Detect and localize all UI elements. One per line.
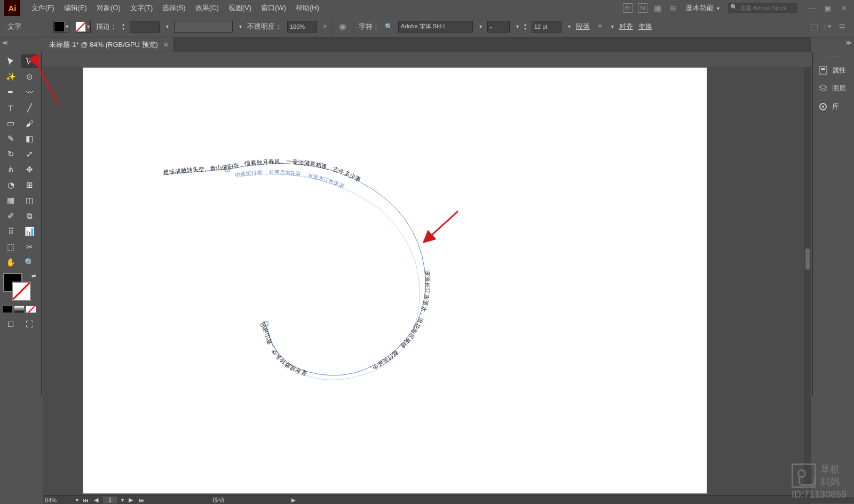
color-mode-gradient[interactable] bbox=[14, 306, 25, 313]
align-link[interactable]: 对齐 bbox=[619, 22, 633, 31]
nav-last[interactable]: ⏭ bbox=[138, 497, 145, 503]
free-transform-tool[interactable]: ✥ bbox=[21, 163, 38, 177]
gradient-tool[interactable]: ◫ bbox=[21, 194, 38, 207]
stroke-swatch[interactable]: ▾ bbox=[75, 21, 91, 33]
font-size-input[interactable] bbox=[532, 21, 562, 33]
list-icon[interactable]: ≣ bbox=[837, 22, 847, 31]
maximize-button[interactable]: ▣ bbox=[823, 4, 833, 12]
fill-swatch[interactable]: ▾ bbox=[53, 21, 69, 33]
font-dd[interactable]: ▾ bbox=[479, 23, 482, 29]
nav-next[interactable]: ▶ bbox=[127, 497, 135, 503]
para-dd[interactable]: ▾ bbox=[611, 23, 614, 29]
page-dd[interactable]: ▾ bbox=[121, 497, 124, 503]
horizontal-scrollbar[interactable] bbox=[474, 497, 854, 503]
workspace-switcher[interactable]: 基本功能 ▾ bbox=[683, 2, 723, 14]
mesh-tool[interactable]: ▦ bbox=[2, 194, 19, 207]
zoom-tool[interactable]: 🔍 bbox=[21, 255, 38, 269]
shaper-tool[interactable]: ✎ bbox=[2, 132, 19, 146]
opacity-input[interactable] bbox=[287, 21, 317, 33]
isolate-icon[interactable]: ⬚ bbox=[809, 22, 819, 31]
menu-window[interactable]: 窗口(W) bbox=[256, 3, 291, 13]
canvas-area[interactable]: 是非成败转头空。青山依旧在，惯看秋月春风。一壶浊酒喜相逢。古今多少事 滚滚长江东… bbox=[43, 67, 811, 495]
paintbrush-tool[interactable]: 🖌 bbox=[21, 116, 38, 130]
eraser-tool[interactable]: ◧ bbox=[21, 132, 38, 146]
scale-tool[interactable]: ⤢ bbox=[21, 147, 38, 161]
nav-first[interactable]: ⏮ bbox=[82, 497, 89, 503]
search-input[interactable] bbox=[728, 3, 797, 13]
artboard-tool[interactable]: ⬚ bbox=[2, 240, 19, 254]
slice-tool[interactable]: ✂ bbox=[21, 240, 38, 254]
eyedropper-tool[interactable]: ✐ bbox=[2, 209, 19, 223]
artboard-number-input[interactable] bbox=[103, 497, 117, 503]
minimize-button[interactable]: — bbox=[807, 4, 817, 12]
pen-tool[interactable]: ✒ bbox=[2, 85, 19, 99]
color-picker[interactable]: ⇄ bbox=[3, 273, 39, 303]
swap-colors-icon[interactable]: ⇄ bbox=[31, 273, 36, 279]
direct-selection-tool[interactable] bbox=[21, 54, 38, 68]
draw-mode-icon[interactable]: ◻ bbox=[2, 317, 19, 331]
vertical-scrollbar[interactable] bbox=[804, 67, 811, 488]
rotate-tool[interactable]: ↻ bbox=[2, 147, 19, 161]
stroke-profile-dd[interactable]: ▾ bbox=[239, 23, 242, 29]
size-stepper[interactable]: ▴▾ bbox=[524, 22, 526, 31]
curvature-tool[interactable]: 〰 bbox=[21, 85, 38, 99]
stroke-dd[interactable]: ▾ bbox=[166, 23, 169, 29]
background-color[interactable] bbox=[12, 282, 31, 301]
stroke-weight-input[interactable] bbox=[130, 21, 160, 33]
width-tool[interactable]: ⋔ bbox=[2, 163, 19, 177]
transform-link[interactable]: 变换 bbox=[638, 22, 652, 31]
arrange-icon[interactable]: ▦ bbox=[653, 3, 662, 13]
style-dd[interactable]: ▾ bbox=[516, 23, 519, 29]
nav-prev[interactable]: ◀ bbox=[92, 497, 100, 503]
rectangle-tool[interactable]: ▭ bbox=[2, 116, 19, 130]
panel-libraries[interactable]: 库 bbox=[813, 98, 854, 116]
menu-effect[interactable]: 效果(C) bbox=[191, 3, 224, 13]
blend-tool[interactable]: ⧉ bbox=[21, 209, 38, 223]
menu-object[interactable]: 对象(O) bbox=[92, 3, 125, 13]
menu-select[interactable]: 选择(S) bbox=[157, 3, 190, 13]
perspective-tool[interactable]: ⊞ bbox=[21, 178, 38, 192]
artboard[interactable]: 是非成败转头空。青山依旧在，惯看秋月春风。一壶浊酒喜相逢。古今多少事 滚滚长江东… bbox=[83, 67, 707, 494]
zoom-dd[interactable]: ▾ bbox=[76, 497, 78, 503]
status-dd[interactable]: ▶ bbox=[291, 497, 296, 503]
gpu-icon[interactable]: ≋ bbox=[668, 3, 677, 13]
menu-help[interactable]: 帮助(H) bbox=[291, 3, 324, 13]
font-style-input[interactable] bbox=[487, 21, 510, 33]
panel-layers[interactable]: 图层 bbox=[813, 79, 854, 98]
font-search-icon[interactable]: 🔍 bbox=[385, 23, 393, 30]
color-mode-none[interactable] bbox=[26, 306, 36, 313]
menu-type[interactable]: 文字(T) bbox=[125, 3, 158, 13]
menu-file[interactable]: 文件(F) bbox=[27, 3, 59, 13]
document-tab[interactable]: 未标题-1* @ 84% (RGB/GPU 预览) ✕ bbox=[43, 37, 173, 52]
zoom-input[interactable] bbox=[45, 497, 72, 503]
opacity-dd[interactable]: > bbox=[323, 23, 327, 29]
recolor-icon[interactable]: ◉ bbox=[338, 22, 347, 31]
lasso-tool[interactable]: ⊙ bbox=[21, 70, 38, 84]
magic-wand-tool[interactable]: ✨ bbox=[2, 70, 19, 84]
font-family-input[interactable] bbox=[398, 21, 473, 33]
size-dd[interactable]: ▾ bbox=[568, 23, 571, 29]
menu-edit[interactable]: 编辑(E) bbox=[59, 3, 92, 13]
shapebuilder-tool[interactable]: ◔ bbox=[2, 178, 19, 192]
menu-view[interactable]: 视图(V) bbox=[224, 3, 256, 13]
type-tool[interactable]: T bbox=[2, 101, 19, 115]
bridge-icon[interactable]: Br bbox=[623, 3, 632, 13]
screen-mode-icon[interactable]: ⛶ bbox=[21, 317, 38, 331]
close-button[interactable]: ✕ bbox=[839, 4, 849, 12]
close-tab-icon[interactable]: ✕ bbox=[163, 41, 169, 49]
expand-right-icon[interactable]: ≫ bbox=[845, 39, 852, 46]
graph-tool[interactable]: 📊 bbox=[21, 225, 38, 238]
stroke-stepper[interactable]: ▴▾ bbox=[122, 22, 124, 31]
align-to-icon[interactable]: ⫴▾ bbox=[823, 22, 833, 31]
line-tool[interactable]: ╱ bbox=[21, 101, 38, 115]
para-align-icon[interactable]: ≡ bbox=[595, 22, 605, 31]
selection-tool[interactable] bbox=[2, 54, 19, 68]
paragraph-link[interactable]: 段落 bbox=[576, 22, 590, 31]
color-mode-solid[interactable] bbox=[2, 306, 13, 313]
symbol-sprayer-tool[interactable]: ⠿ bbox=[2, 225, 19, 238]
hand-tool[interactable]: ✋ bbox=[2, 255, 19, 269]
stock-icon[interactable]: St bbox=[638, 3, 647, 13]
expand-left-icon[interactable]: ≪ bbox=[2, 39, 9, 46]
panel-properties[interactable]: 属性 bbox=[813, 61, 854, 79]
stroke-profile-input[interactable] bbox=[174, 21, 233, 33]
